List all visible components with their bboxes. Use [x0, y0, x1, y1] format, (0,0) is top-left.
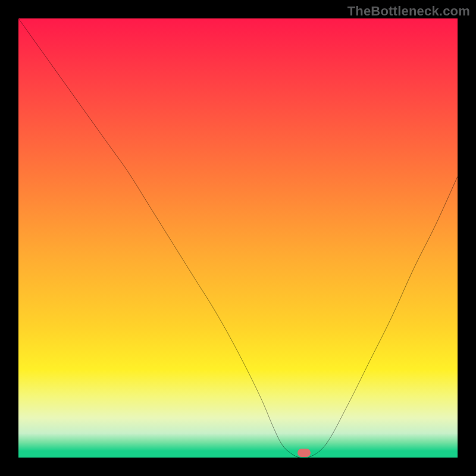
- optimum-marker: [298, 449, 311, 457]
- attribution-text: TheBottleneck.com: [347, 4, 470, 19]
- plot-area: [18, 18, 458, 458]
- chart-frame: TheBottleneck.com: [0, 0, 476, 476]
- bottleneck-curve: [18, 18, 458, 458]
